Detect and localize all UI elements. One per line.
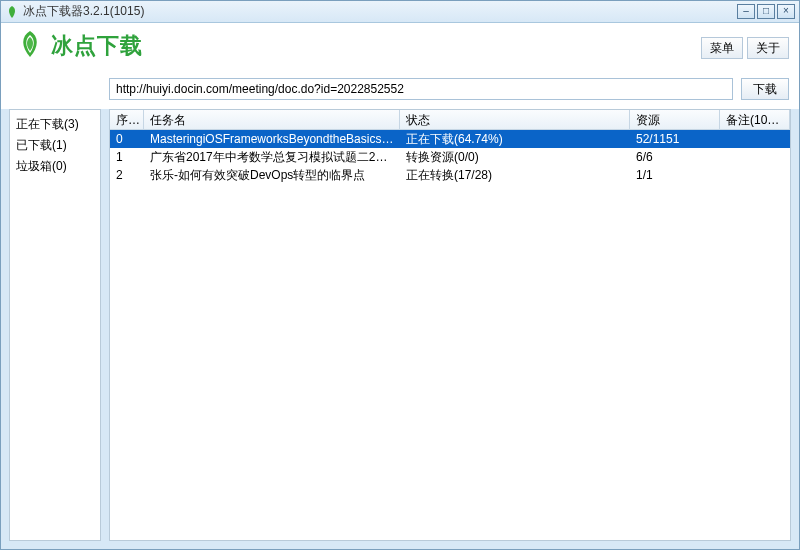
cell-remark	[720, 137, 790, 141]
table-body: 0MasteringiOSFrameworksBeyondtheBasics,2…	[110, 130, 790, 540]
col-header-remark[interactable]: 备注(1015)	[720, 110, 790, 129]
window-title: 冰点下载器3.2.1(1015)	[23, 3, 737, 20]
window-controls: – □ ×	[737, 4, 795, 19]
table-header: 序号 任务名 状态 资源 备注(1015)	[110, 110, 790, 130]
app-window: 冰点下载器3.2.1(1015) – □ × 冰点下载 菜单 关于 下载 正在下…	[0, 0, 800, 550]
app-icon	[5, 5, 19, 19]
cell-name: MasteringiOSFrameworksBeyondtheBasics,2n…	[144, 130, 400, 148]
about-button[interactable]: 关于	[747, 37, 789, 59]
cell-status: 正在转换(17/28)	[400, 165, 630, 186]
logo: 冰点下载	[15, 29, 143, 62]
download-table: 序号 任务名 状态 资源 备注(1015) 0MasteringiOSFrame…	[109, 109, 791, 541]
sidebar: 正在下载(3) 已下载(1) 垃圾箱(0)	[9, 109, 101, 541]
url-row: 下载	[1, 75, 799, 109]
menu-buttons: 菜单 关于	[701, 37, 789, 59]
cell-remark	[720, 155, 790, 159]
close-button[interactable]: ×	[777, 4, 795, 19]
minimize-button[interactable]: –	[737, 4, 755, 19]
url-input[interactable]	[109, 78, 733, 100]
titlebar[interactable]: 冰点下载器3.2.1(1015) – □ ×	[1, 1, 799, 23]
cell-remark	[720, 173, 790, 177]
cell-name: 张乐-如何有效突破DevOps转型的临界点	[144, 165, 400, 186]
cell-index: 1	[110, 148, 144, 166]
col-header-name[interactable]: 任务名	[144, 110, 400, 129]
sidebar-item-downloaded[interactable]: 已下载(1)	[12, 135, 98, 156]
download-button[interactable]: 下载	[741, 78, 789, 100]
cell-index: 0	[110, 130, 144, 148]
table-row[interactable]: 2张乐-如何有效突破DevOps转型的临界点正在转换(17/28)1/1	[110, 166, 790, 184]
sidebar-item-downloading[interactable]: 正在下载(3)	[12, 114, 98, 135]
sidebar-item-trash[interactable]: 垃圾箱(0)	[12, 156, 98, 177]
table-row[interactable]: 0MasteringiOSFrameworksBeyondtheBasics,2…	[110, 130, 790, 148]
col-header-resource[interactable]: 资源	[630, 110, 720, 129]
cell-resource: 6/6	[630, 148, 720, 166]
maximize-button[interactable]: □	[757, 4, 775, 19]
col-header-status[interactable]: 状态	[400, 110, 630, 129]
table-row[interactable]: 1广东省2017年中考数学总复习模拟试题二201707...转换资源(0/0)6…	[110, 148, 790, 166]
logo-icon	[15, 29, 45, 62]
header: 冰点下载 菜单 关于	[1, 23, 799, 75]
cell-resource: 1/1	[630, 166, 720, 184]
cell-resource: 52/1151	[630, 130, 720, 148]
cell-index: 2	[110, 166, 144, 184]
logo-text: 冰点下载	[51, 31, 143, 61]
content-area: 正在下载(3) 已下载(1) 垃圾箱(0) 序号 任务名 状态 资源 备注(10…	[1, 109, 799, 549]
col-header-index[interactable]: 序号	[110, 110, 144, 129]
menu-button[interactable]: 菜单	[701, 37, 743, 59]
